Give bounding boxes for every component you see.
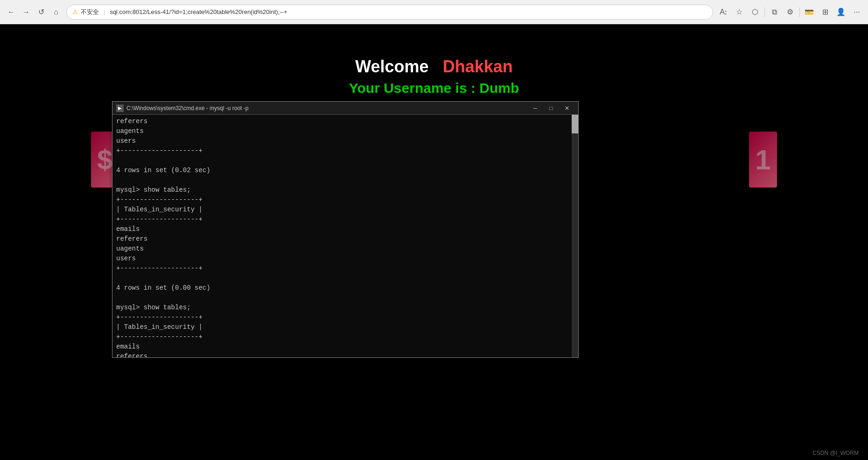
- cmd-line: +--------------------+: [116, 146, 574, 156]
- cmd-scrollbar[interactable]: [572, 115, 578, 357]
- cmd-line: emails: [116, 342, 574, 352]
- home-button[interactable]: ⌂: [49, 6, 63, 19]
- divider: [764, 7, 765, 17]
- cmd-line: mysql> show tables;: [116, 303, 574, 313]
- split-view-button[interactable]: ⧉: [768, 6, 781, 19]
- main-content: Welcome Dhakkan Your Username is : Dumb …: [0, 24, 868, 460]
- favorites-button[interactable]: ☆: [733, 6, 746, 19]
- cmd-body[interactable]: referers uagents users +----------------…: [112, 115, 578, 357]
- cmd-line: | Tables_in_security |: [116, 205, 574, 215]
- welcome-word: Welcome: [355, 57, 428, 76]
- welcome-name: Dhakkan: [443, 57, 513, 76]
- minimize-button[interactable]: ─: [528, 104, 543, 113]
- cmd-line: mysql> show tables;: [116, 185, 574, 195]
- sidebar-button[interactable]: ⊞: [819, 6, 832, 19]
- cmd-line: users: [116, 136, 574, 146]
- username-line: Your Username is : Dumb: [0, 80, 868, 96]
- cmd-line: +--------------------+: [116, 313, 574, 322]
- right-decoration: 1: [749, 132, 777, 188]
- cmd-line: [116, 175, 574, 185]
- cmd-line: +--------------------+: [116, 215, 574, 224]
- cmd-line: users: [116, 254, 574, 264]
- cmd-line: referers: [116, 117, 574, 126]
- maximize-button[interactable]: □: [544, 104, 559, 113]
- cmd-content: referers uagents users +----------------…: [112, 115, 578, 357]
- refresh-button[interactable]: ↺: [35, 6, 48, 19]
- close-button[interactable]: ✕: [560, 104, 574, 113]
- cmd-line: +--------------------+: [116, 264, 574, 273]
- cmd-line: 4 rows in set (0.02 sec): [116, 166, 574, 175]
- cmd-line: +--------------------+: [116, 332, 574, 342]
- cmd-title-text: C:\Windows\system32\cmd.exe - mysql -u r…: [126, 105, 248, 112]
- cmd-title-left: ▶ C:\Windows\system32\cmd.exe - mysql -u…: [116, 105, 248, 112]
- wallet-button[interactable]: 💳: [803, 6, 816, 19]
- cmd-line: 4 rows in set (0.00 sec): [116, 283, 574, 293]
- warning-icon: ⚠: [72, 8, 78, 15]
- extensions-button[interactable]: ⚙: [784, 6, 797, 19]
- csdn-watermark: CSDN @I_WORM: [812, 450, 859, 456]
- cmd-line: [116, 273, 574, 283]
- cmd-line: referers: [116, 352, 574, 357]
- back-button[interactable]: ←: [5, 6, 18, 19]
- nav-buttons: ← → ↺ ⌂: [5, 6, 63, 19]
- cmd-line: | Tables_in_security |: [116, 322, 574, 332]
- cmd-line: [116, 156, 574, 166]
- cmd-line: [116, 293, 574, 303]
- cmd-line: emails: [116, 224, 574, 234]
- browser-chrome: ← → ↺ ⌂ ⚠ 不安全 | sql.com:8012/Less-41/?id…: [0, 0, 868, 24]
- cmd-icon: ▶: [116, 105, 124, 112]
- cmd-line: uagents: [116, 126, 574, 136]
- browser-actions: Aː ☆ ⬡ ⧉ ⚙ 💳 ⊞ 👤 ···: [717, 6, 863, 19]
- forward-button[interactable]: →: [20, 6, 33, 19]
- url-text: sql.com:8012/Less-41/?id=1;create%20tabl…: [110, 8, 287, 15]
- cmd-window-controls: ─ □ ✕: [528, 104, 574, 113]
- profile-button[interactable]: 👤: [834, 6, 847, 19]
- cmd-line: referers: [116, 234, 574, 244]
- warning-text: 不安全: [81, 8, 99, 16]
- divider2: [799, 7, 800, 17]
- cmd-line: +--------------------+: [116, 195, 574, 205]
- cmd-line: uagents: [116, 244, 574, 254]
- collections-button[interactable]: ⬡: [749, 6, 762, 19]
- address-bar[interactable]: ⚠ 不安全 | sql.com:8012/Less-41/?id=1;creat…: [66, 5, 713, 20]
- cmd-titlebar: ▶ C:\Windows\system32\cmd.exe - mysql -u…: [112, 102, 578, 115]
- menu-button[interactable]: ···: [850, 6, 863, 19]
- read-mode-button[interactable]: Aː: [717, 6, 730, 19]
- welcome-line1: Welcome Dhakkan: [0, 57, 868, 77]
- cmd-window: ▶ C:\Windows\system32\cmd.exe - mysql -u…: [112, 101, 579, 358]
- cmd-scrollbar-thumb[interactable]: [572, 115, 578, 133]
